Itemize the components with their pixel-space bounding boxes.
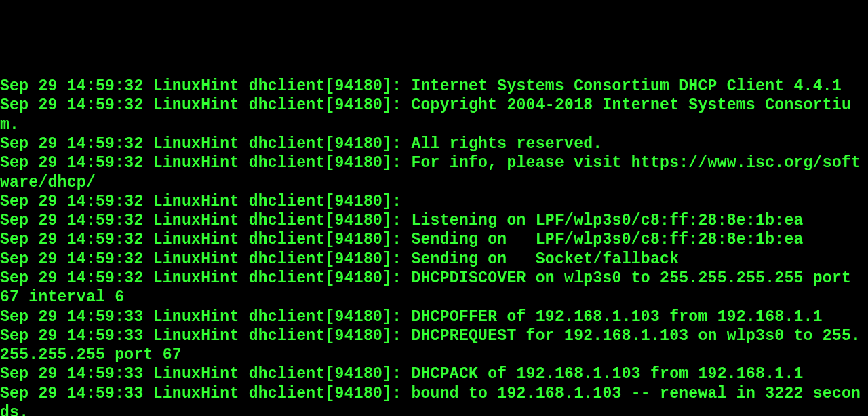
log-line: Sep 29 14:59:32 LinuxHint dhclient[94180…: [0, 154, 861, 191]
log-line: Sep 29 14:59:32 LinuxHint dhclient[94180…: [0, 193, 401, 210]
terminal-output[interactable]: Sep 29 14:59:32 LinuxHint dhclient[94180…: [0, 77, 868, 416]
log-line: Sep 29 14:59:33 LinuxHint dhclient[94180…: [0, 365, 804, 383]
log-line: Sep 29 14:59:33 LinuxHint dhclient[94180…: [0, 385, 861, 416]
log-line: Sep 29 14:59:33 LinuxHint dhclient[94180…: [0, 308, 823, 326]
log-line: Sep 29 14:59:32 LinuxHint dhclient[94180…: [0, 231, 804, 248]
log-line: Sep 29 14:59:32 LinuxHint dhclient[94180…: [0, 135, 602, 153]
log-line: Sep 29 14:59:32 LinuxHint dhclient[94180…: [0, 77, 842, 95]
log-line: Sep 29 14:59:32 LinuxHint dhclient[94180…: [0, 250, 679, 268]
log-line: Sep 29 14:59:32 LinuxHint dhclient[94180…: [0, 96, 851, 133]
log-line: Sep 29 14:59:32 LinuxHint dhclient[94180…: [0, 212, 804, 229]
log-line: Sep 29 14:59:32 LinuxHint dhclient[94180…: [0, 269, 861, 306]
log-line: Sep 29 14:59:33 LinuxHint dhclient[94180…: [0, 327, 861, 364]
